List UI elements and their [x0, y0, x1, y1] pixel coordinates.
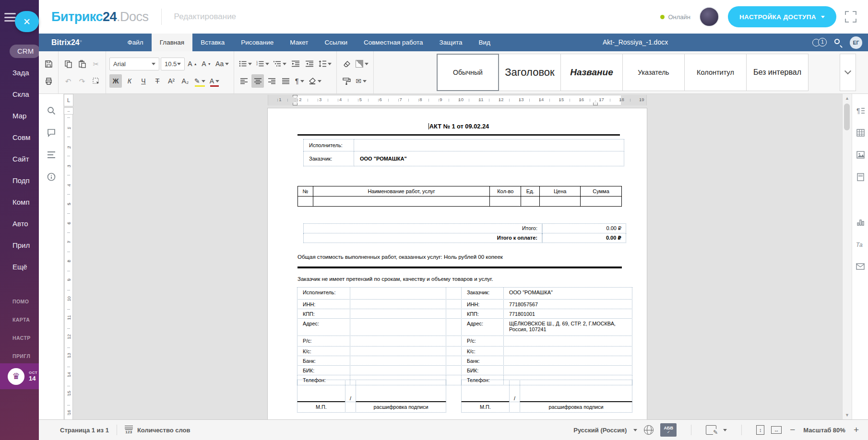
tab-4[interactable]: Макет: [282, 34, 316, 51]
fit-page-button[interactable]: ↕: [756, 425, 764, 435]
items-table-cell[interactable]: [313, 197, 489, 207]
bold-button[interactable]: Ж: [109, 74, 122, 88]
table-shading-button[interactable]: [354, 57, 370, 70]
language-label[interactable]: Русский (Россия): [573, 427, 627, 434]
multilevel-list-button[interactable]: [272, 57, 288, 70]
tab-0[interactable]: Файл: [119, 34, 152, 51]
fullscreen-icon[interactable]: [845, 11, 856, 23]
word-count-label[interactable]: Количество слов: [137, 427, 190, 434]
sidebar-item-2[interactable]: Скла: [0, 83, 39, 105]
change-case-button[interactable]: Аа: [214, 57, 230, 70]
decrease-indent-button[interactable]: [289, 57, 302, 70]
line-spacing-button[interactable]: [317, 57, 333, 70]
fit-width-button[interactable]: ↔: [771, 426, 782, 434]
image-settings-icon[interactable]: [854, 149, 867, 161]
header-footer-settings-icon[interactable]: [854, 171, 867, 183]
paste-button[interactable]: [76, 57, 88, 70]
numbering-button[interactable]: 12: [255, 57, 271, 70]
tab-3[interactable]: Рисование: [233, 34, 282, 51]
close-panel-button[interactable]: ✕: [15, 11, 39, 32]
track-changes-icon[interactable]: [706, 425, 716, 435]
style-preset-4[interactable]: Колонтитул: [684, 54, 747, 91]
clear-style-button[interactable]: [340, 57, 353, 70]
comments-panel-icon[interactable]: [45, 127, 58, 139]
items-table-row[interactable]: [298, 197, 622, 207]
tab-5[interactable]: Ссылки: [317, 34, 356, 51]
items-table-cell[interactable]: [521, 197, 540, 207]
justify-button[interactable]: [279, 74, 292, 88]
strikethrough-button[interactable]: Т: [151, 74, 164, 88]
tab-6[interactable]: Совместная работа: [356, 34, 431, 51]
style-preset-2[interactable]: Название: [560, 54, 623, 91]
items-table-cell[interactable]: [581, 197, 622, 207]
highlight-color-button[interactable]: ✎: [193, 74, 207, 88]
spellcheck-toggle[interactable]: АБВ✓: [660, 423, 677, 437]
sidebar-item-4[interactable]: Совм: [0, 127, 39, 148]
page-number-label[interactable]: Страница 1 из 1: [60, 427, 109, 434]
sidebar-item-6[interactable]: Подп: [0, 170, 39, 191]
horizontal-ruler[interactable]: 12345678910111213141516171819: [73, 94, 842, 106]
hamburger-menu-icon[interactable]: [4, 13, 16, 22]
sidebar-footer-item-0[interactable]: ПОМО: [0, 292, 39, 311]
sidebar-item-10[interactable]: Ещё: [0, 256, 39, 278]
access-settings-button[interactable]: НАСТРОЙКА ДОСТУПА: [728, 6, 836, 27]
sidebar-item-1[interactable]: Зада: [0, 62, 39, 83]
document-content[interactable]: АКТ № 1 от 09.02.24 Исполнитель:Заказчик…: [268, 108, 647, 419]
save-button[interactable]: [42, 57, 55, 70]
paragraph-settings-icon[interactable]: ¶: [854, 104, 867, 117]
increase-indent-button[interactable]: [303, 57, 316, 70]
sidebar-item-9[interactable]: Прил: [0, 234, 39, 256]
tab-8[interactable]: Вид: [470, 34, 498, 51]
items-table-cell[interactable]: [298, 197, 313, 207]
sidebar-footer-item-1[interactable]: КАРТА: [0, 311, 39, 329]
paragraph-shading-button[interactable]: [307, 74, 323, 88]
sidebar-footer-item-2[interactable]: НАСТР: [0, 329, 39, 347]
party-value[interactable]: ООО "РОМАШКА": [354, 151, 624, 166]
textart-settings-icon[interactable]: Та: [854, 238, 867, 251]
scroll-up-icon[interactable]: ▲: [843, 96, 852, 101]
tab-2[interactable]: Вставка: [192, 34, 233, 51]
search-panel-icon[interactable]: [45, 104, 58, 117]
items-table-cell[interactable]: [490, 197, 521, 207]
italic-button[interactable]: К: [123, 74, 136, 88]
font-name-select[interactable]: Arial: [109, 58, 159, 70]
select-all-button[interactable]: [90, 74, 102, 88]
document-page[interactable]: АКТ № 1 от 09.02.24 Исполнитель:Заказчик…: [268, 108, 647, 419]
sidebar-item-5[interactable]: Сайт: [0, 148, 39, 170]
sidebar-item-7[interactable]: Комп: [0, 191, 39, 213]
print-button[interactable]: [42, 74, 55, 88]
party-value[interactable]: [354, 139, 624, 151]
tab-1[interactable]: Главная: [152, 34, 192, 51]
search-icon[interactable]: [834, 38, 843, 47]
mail-merge-button[interactable]: ✉: [354, 74, 368, 88]
globe-icon[interactable]: [644, 425, 654, 435]
increase-font-button[interactable]: А▲: [186, 57, 199, 70]
align-right-button[interactable]: [265, 74, 278, 88]
style-preset-1[interactable]: Заголовок: [499, 54, 561, 91]
decrease-font-button[interactable]: А▼: [200, 57, 213, 70]
subscript-button[interactable]: А₂: [179, 74, 191, 88]
sidebar-item-8[interactable]: Авто: [0, 213, 39, 234]
collaborators-icon[interactable]: 1: [812, 37, 827, 48]
items-table-cell[interactable]: [540, 197, 581, 207]
mail-merge-settings-icon[interactable]: [854, 260, 867, 273]
redo-button[interactable]: ↷: [76, 74, 88, 88]
styles-gallery-more-button[interactable]: [840, 54, 856, 91]
vertical-ruler[interactable]: 12345678910111213141516: [64, 106, 73, 419]
align-left-button[interactable]: [238, 74, 250, 88]
vertical-scrollbar[interactable]: ▲ ▼: [842, 94, 852, 419]
ruler-corner-box[interactable]: –: [64, 107, 73, 115]
tab-7[interactable]: Защита: [431, 34, 471, 51]
sidebar-item-3[interactable]: Мар: [0, 105, 39, 127]
font-size-select[interactable]: 10.5: [161, 58, 185, 70]
feedback-panel-icon[interactable]: [45, 171, 58, 183]
table-settings-icon[interactable]: [854, 127, 867, 139]
user-initials-avatar[interactable]: ЕГ: [850, 36, 862, 49]
undo-button[interactable]: ↶: [62, 74, 74, 88]
chart-settings-icon[interactable]: [854, 216, 867, 229]
user-avatar[interactable]: [699, 7, 719, 27]
zoom-in-button[interactable]: +: [852, 425, 860, 435]
scrollbar-thumb[interactable]: [844, 104, 850, 130]
style-preset-0[interactable]: Обычный: [437, 54, 499, 91]
style-preset-3[interactable]: Указатель: [622, 54, 685, 91]
